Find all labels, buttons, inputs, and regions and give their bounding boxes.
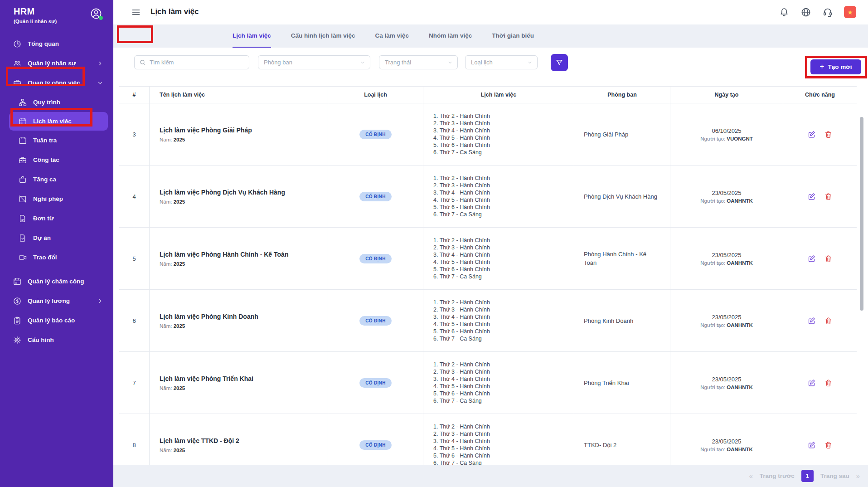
col-index: # bbox=[119, 87, 150, 103]
row-index: 5 bbox=[119, 228, 150, 289]
sidebar-item-cau-hinh[interactable]: Cấu hình bbox=[0, 330, 113, 350]
sidebar-item-lich-lam-viec[interactable]: Lịch làm việc bbox=[9, 112, 108, 131]
created-date: 23/05/2025 bbox=[712, 252, 741, 258]
table-body: 3 Lịch làm việc Phòng Giải Pháp Năm: 202… bbox=[119, 103, 857, 465]
gear-icon bbox=[13, 336, 22, 345]
calendar-blank-icon bbox=[18, 136, 27, 145]
support-headset-icon[interactable] bbox=[822, 7, 833, 18]
delete-icon[interactable] bbox=[824, 254, 833, 263]
edit-icon[interactable] bbox=[807, 441, 816, 449]
chevron-down-icon bbox=[360, 60, 365, 65]
globe-icon[interactable] bbox=[800, 7, 811, 18]
sidebar-item-don-tu[interactable]: Đơn từ bbox=[0, 209, 113, 228]
type-badge: CỐ ĐỊNH bbox=[359, 192, 391, 201]
funnel-icon bbox=[555, 58, 563, 67]
type-badge: CỐ ĐỊNH bbox=[359, 316, 391, 326]
row-index: 8 bbox=[119, 414, 150, 465]
delete-icon[interactable] bbox=[824, 379, 833, 387]
filter-button[interactable] bbox=[551, 54, 568, 71]
type-badge: CỐ ĐỊNH bbox=[359, 130, 391, 139]
department-cell: Phòng Hành Chính - Kế Toán bbox=[574, 228, 670, 289]
department-cell: Phòng Kinh Doanh bbox=[574, 290, 670, 351]
video-camera-icon bbox=[18, 253, 27, 262]
edit-icon[interactable] bbox=[807, 379, 816, 387]
department-cell: Phòng Giải Pháp bbox=[574, 103, 670, 165]
sidebar-item-quan-ly-nhan-su[interactable]: Quản lý nhân sự bbox=[0, 54, 113, 73]
schedule-year: Năm: 2025 bbox=[160, 448, 185, 453]
sidebar-item-du-an[interactable]: Dự án bbox=[0, 228, 113, 248]
row-index: 4 bbox=[119, 166, 150, 227]
notification-bell-icon[interactable] bbox=[779, 7, 790, 18]
sidebar: HRM (Quản lí nhân sự) Tổng quan bbox=[0, 0, 113, 487]
creator: Người tạo: VUONGNT bbox=[700, 136, 753, 141]
row-index: 3 bbox=[119, 103, 150, 165]
sidebar-item-tuan-tra[interactable]: Tuần tra bbox=[0, 131, 113, 150]
next-page-link[interactable]: Trang sau bbox=[820, 472, 849, 479]
chevron-right-icon bbox=[97, 298, 103, 304]
sidebar-item-cong-tac[interactable]: Công tác bbox=[0, 150, 113, 170]
avatar[interactable] bbox=[90, 7, 102, 20]
created-date: 23/05/2025 bbox=[712, 376, 741, 383]
sidebar-item-quy-trinh[interactable]: Quy trình bbox=[0, 93, 113, 112]
sidebar-item-quan-ly-cham-cong[interactable]: Quản lý chấm công bbox=[0, 272, 113, 291]
sidebar-item-tang-ca[interactable]: Tăng ca bbox=[0, 170, 113, 189]
delete-icon[interactable] bbox=[824, 192, 833, 201]
create-new-button[interactable]: + Tạo mới bbox=[810, 59, 861, 74]
briefcase-clasp-icon bbox=[18, 156, 27, 165]
sidebar-item-label: Tăng ca bbox=[33, 176, 56, 183]
current-page[interactable]: 1 bbox=[801, 470, 814, 482]
schedule-year: Năm: 2025 bbox=[160, 137, 185, 142]
hrm-app: HRM (Quản lí nhân sự) Tổng quan bbox=[0, 0, 868, 487]
edit-icon[interactable] bbox=[807, 254, 816, 263]
weekly-schedule-list: 1. Thứ 2 - Hành Chính 2. Thứ 3 - Hành Ch… bbox=[433, 423, 490, 465]
vertical-scrollbar[interactable] bbox=[860, 117, 863, 311]
vietnam-flag-icon[interactable]: ★ bbox=[844, 6, 856, 18]
tab-cau-hinh-lich-lam-viec[interactable]: Cấu hình lịch làm việc bbox=[291, 24, 355, 48]
tab-ca-lam-viec[interactable]: Ca làm việc bbox=[375, 24, 409, 48]
content-card: Phòng ban Trạng thái Loại lịch + Tạo mới… bbox=[113, 48, 868, 465]
prev-page-link[interactable]: Trang trước bbox=[760, 472, 795, 479]
prev-page-arrow[interactable]: « bbox=[749, 472, 752, 480]
tab-thoi-gian-bieu[interactable]: Thời gian biểu bbox=[492, 24, 534, 48]
hamburger-menu-icon[interactable] bbox=[131, 8, 141, 17]
sidebar-item-quan-ly-bao-cao[interactable]: Quản lý báo cáo bbox=[0, 311, 113, 330]
sidebar-item-trao-doi[interactable]: Trao đổi bbox=[0, 248, 113, 267]
sidebar-item-quan-ly-cong-viec[interactable]: Quản lý công việc bbox=[0, 73, 113, 93]
status-select[interactable]: Trạng thái bbox=[379, 55, 458, 69]
department-select-value: Phòng ban bbox=[264, 59, 292, 66]
topbar-actions: ★ bbox=[779, 6, 856, 18]
department-select[interactable]: Phòng ban bbox=[258, 55, 370, 69]
schedule-name: Lịch làm việc Phòng Kinh Doanh bbox=[160, 312, 258, 321]
delete-icon[interactable] bbox=[824, 130, 833, 139]
delete-icon[interactable] bbox=[824, 441, 833, 449]
sidebar-item-nghi-phep[interactable]: Nghỉ phép bbox=[0, 189, 113, 209]
sidebar-item-tong-quan[interactable]: Tổng quan bbox=[0, 34, 113, 54]
delete-icon[interactable] bbox=[824, 317, 833, 325]
edit-icon[interactable] bbox=[807, 130, 816, 139]
clipboard-icon bbox=[13, 316, 22, 325]
chevron-down-icon bbox=[447, 60, 453, 65]
pagination: « Trang trước 1 Trang sau » bbox=[113, 465, 868, 487]
row-index: 6 bbox=[119, 290, 150, 351]
type-badge: CỐ ĐỊNH bbox=[359, 254, 391, 263]
edit-icon[interactable] bbox=[807, 317, 816, 325]
calendar-icon bbox=[18, 117, 27, 126]
next-page-arrow[interactable]: » bbox=[856, 472, 860, 480]
created-date: 06/10/2025 bbox=[712, 127, 741, 134]
weekly-schedule-list: 1. Thứ 2 - Hành Chính 2. Thứ 3 - Hành Ch… bbox=[433, 361, 490, 404]
search-input[interactable] bbox=[150, 59, 244, 66]
table-row: 7 Lịch làm việc Phòng Triển Khai Năm: 20… bbox=[119, 352, 857, 414]
sidebar-item-label: Trao đổi bbox=[33, 254, 57, 261]
table-row: 8 Lịch làm việc TTKD - Đội 2 Năm: 2025 C… bbox=[119, 414, 857, 465]
schedule-year: Năm: 2025 bbox=[160, 385, 185, 391]
tab-nhom-lam-viec[interactable]: Nhóm làm việc bbox=[429, 24, 472, 48]
col-name: Tên lịch làm việc bbox=[150, 87, 328, 103]
weekly-schedule-list: 1. Thứ 2 - Hành Chính 2. Thứ 3 - Hành Ch… bbox=[433, 237, 490, 280]
edit-icon[interactable] bbox=[807, 192, 816, 201]
tab-lich-lam-viec[interactable]: Lịch làm việc bbox=[233, 24, 271, 48]
sidebar-item-quan-ly-luong[interactable]: Quản lý lương bbox=[0, 291, 113, 311]
sidebar-item-label: Cấu hình bbox=[28, 336, 54, 343]
sidebar-item-label: Quản lý lương bbox=[28, 297, 70, 304]
schedule-type-select[interactable]: Loại lịch bbox=[465, 55, 538, 69]
creator: Người tạo: OANHNTK bbox=[700, 385, 753, 390]
